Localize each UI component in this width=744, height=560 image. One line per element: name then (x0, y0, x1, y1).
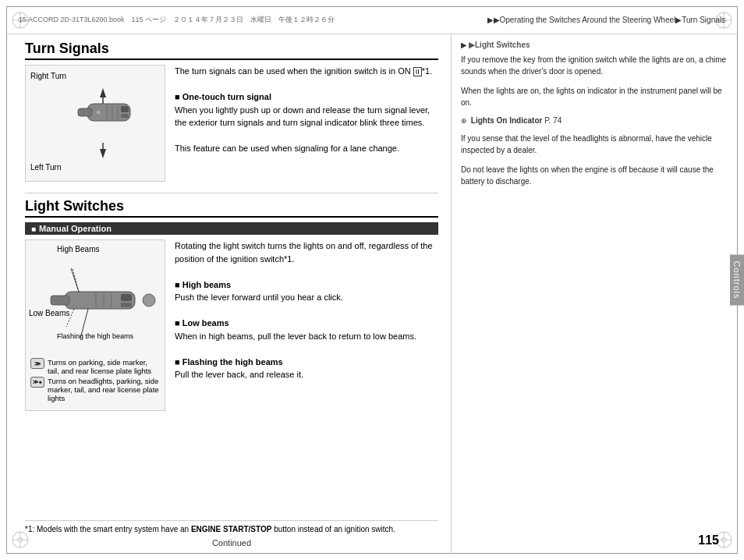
right-note-2: When the lights are on, the lights on in… (461, 85, 728, 108)
section-divider (25, 193, 438, 193)
right-note-1: If you remove the key from the ignition … (461, 54, 728, 77)
turn-signals-content: Right Turn Left Turn (25, 65, 438, 182)
svg-rect-20 (121, 106, 129, 112)
right-turn-label: Right Turn (30, 72, 66, 80)
right-note-3: If you sense that the level of the headl… (461, 133, 728, 156)
right-note-4: Do not leave the lights on when the engi… (461, 164, 728, 187)
light-image-box: High Beams Low Beams Flashing the high b… (25, 239, 165, 411)
svg-line-39 (80, 309, 88, 338)
right-note-link: ⊕ Lights On Indicator P. 74 (461, 116, 728, 125)
light-text: Rotating the light switch turns the ligh… (175, 239, 438, 411)
turn-intro-text: The turn signals can be used when the ig… (175, 65, 438, 78)
svg-point-27 (96, 110, 101, 115)
svg-rect-32 (121, 294, 132, 301)
page-header: 15 ACCORD 2D-31T3L6200.book 115 ページ ２０１４… (6, 6, 738, 34)
left-turn-label: Left Turn (30, 163, 61, 172)
content-row: Turn Signals Right Turn Left Turn (6, 34, 738, 554)
svg-line-38 (66, 309, 74, 327)
low-beams-section-title: ■ Low beams (175, 317, 438, 330)
legend-area: ≫ Turns on parking, side marker, tail, a… (30, 358, 160, 404)
flashing-section-title: ■ Flashing the high beams (175, 356, 438, 369)
low-beams-section-text: When in high beams, pull the lever back … (175, 330, 438, 343)
high-beams-section-title: ■ High beams (175, 278, 438, 292)
right-panel: ▶Light Switches If you remove the key fr… (451, 34, 738, 554)
controls-vertical-label: Controls (730, 255, 744, 306)
svg-marker-23 (100, 88, 106, 97)
svg-marker-25 (100, 149, 106, 158)
turn-signal-illustration (64, 80, 142, 166)
light-switch-illustration (34, 253, 158, 362)
left-panel: Turn Signals Right Turn Left Turn (6, 34, 451, 554)
one-touch-text: When you lightly push up or down and rel… (175, 104, 438, 129)
svg-line-37 (71, 268, 79, 292)
light-switches-title: Light Switches (25, 198, 438, 218)
legend-item-1: ≫ Turns on parking, side marker, tail, a… (30, 358, 160, 375)
right-note-title: ▶Light Switches (461, 41, 728, 49)
page-number: 115 (698, 533, 719, 548)
turn-image-box: Right Turn Left Turn (25, 65, 165, 182)
svg-rect-33 (121, 303, 132, 307)
turn-signals-text: The turn signals can be used when the ig… (175, 65, 438, 182)
legend-icon-1: ≫ (30, 358, 44, 369)
feature-text: This feature can be used when signaling … (175, 142, 438, 155)
manual-operation-title: Manual Operation (25, 222, 438, 235)
legend-text-1: Turns on parking, side marker, tail, and… (48, 358, 160, 375)
main-content: Turn Signals Right Turn Left Turn (6, 34, 738, 554)
light-intro: Rotating the light switch turns the ligh… (175, 239, 438, 265)
turn-signals-section: Turn Signals Right Turn Left Turn (25, 41, 438, 188)
light-switches-content: High Beams Low Beams Flashing the high b… (25, 239, 438, 411)
footnote: *1: Models with the smart entry system h… (25, 520, 438, 535)
svg-rect-34 (51, 296, 69, 305)
svg-rect-21 (121, 114, 129, 118)
turn-signals-title: Turn Signals (25, 41, 438, 60)
flashing-section-text: Pull the lever back, and release it. (175, 368, 438, 381)
indicator-icon: ⊕ (461, 117, 467, 125)
legend-item-2: ≫● Turns on headlights, parking, side ma… (30, 377, 160, 402)
header-file-info: 15 ACCORD 2D-31T3L6200.book 115 ページ ２０１４… (19, 15, 335, 25)
high-beams-section-text: Push the lever forward until you hear a … (175, 291, 438, 304)
breadcrumb: ▶▶Operating the Switches Around the Stee… (487, 16, 725, 24)
svg-point-35 (143, 294, 155, 307)
svg-rect-22 (78, 108, 92, 116)
continued-label: Continued (25, 538, 438, 548)
light-switches-section: Light Switches Manual Operation High Bea… (25, 198, 438, 514)
legend-text-2: Turns on headlights, parking, side marke… (48, 377, 160, 402)
one-touch-title: ■ One-touch turn signal (175, 90, 438, 104)
legend-icon-2: ≫● (30, 377, 44, 388)
